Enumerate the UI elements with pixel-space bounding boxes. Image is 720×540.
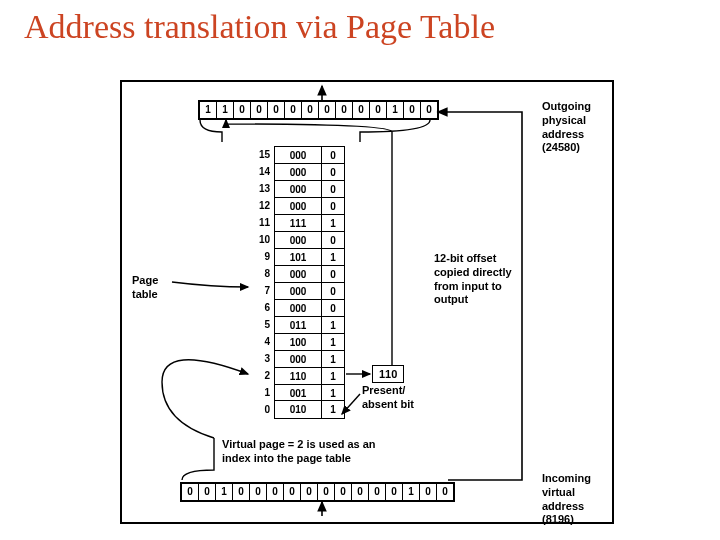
page-table-index: 9 (250, 251, 270, 262)
bit-cell: 0 (335, 484, 352, 500)
page-table-present: 0 (322, 197, 345, 215)
bit-cell: 0 (233, 484, 250, 500)
page-table-row: 21101 (250, 367, 345, 384)
incoming-address-bits: 0010000000000100 (180, 482, 455, 502)
bit-cell: 0 (268, 102, 285, 118)
page-table-index: 12 (250, 200, 270, 211)
bit-cell: 0 (386, 484, 403, 500)
page-table-present: 1 (322, 384, 345, 402)
bit-cell: 0 (285, 102, 302, 118)
page-table-row: 150000 (250, 146, 345, 163)
bit-cell: 0 (234, 102, 251, 118)
page-table-row: 130000 (250, 180, 345, 197)
bit-cell: 0 (267, 484, 284, 500)
page-table-frame: 000 (274, 299, 322, 317)
page-table-present: 0 (322, 299, 345, 317)
bit-cell: 1 (200, 102, 217, 118)
bit-cell: 0 (302, 102, 319, 118)
page-table-row: 140000 (250, 163, 345, 180)
page-table-present: 1 (322, 400, 345, 419)
page-table-index: 2 (250, 370, 270, 381)
bit-cell: 0 (404, 102, 421, 118)
page-table-index: 3 (250, 353, 270, 364)
page-table-row: 10011 (250, 384, 345, 401)
bit-cell: 0 (421, 102, 437, 118)
page-table-index: 4 (250, 336, 270, 347)
page-table-index: 7 (250, 285, 270, 296)
diagram-frame: 11000000000100 0010000000000100 15000014… (120, 80, 614, 524)
page-table-present: 1 (322, 214, 345, 232)
bit-cell: 0 (199, 484, 216, 500)
lookup-result-box: 110 (372, 365, 404, 383)
bit-cell: 1 (217, 102, 234, 118)
index-note-label: Virtual page = 2 is used as an index int… (222, 438, 392, 466)
page-table-frame: 000 (274, 163, 322, 181)
page-table-frame: 000 (274, 146, 322, 164)
page-table-index: 0 (250, 404, 270, 415)
page-table-frame: 001 (274, 384, 322, 402)
bit-cell: 0 (352, 484, 369, 500)
page-table-present: 0 (322, 163, 345, 181)
outgoing-address-label: Outgoing physical address (24580) (542, 100, 612, 155)
page-table-frame: 010 (274, 400, 322, 419)
page-table: 1500001400001300001200001111111000009101… (250, 146, 345, 418)
page-table-index: 5 (250, 319, 270, 330)
bit-cell: 0 (284, 484, 301, 500)
page-table-present: 0 (322, 146, 345, 164)
page-table-frame: 111 (274, 214, 322, 232)
page-table-row: 60000 (250, 299, 345, 316)
page-table-present: 1 (322, 367, 345, 385)
bit-cell: 0 (301, 484, 318, 500)
page-table-frame: 000 (274, 231, 322, 249)
bit-cell: 1 (387, 102, 404, 118)
page-table-present: 1 (322, 316, 345, 334)
page-table-index: 1 (250, 387, 270, 398)
page-table-index: 8 (250, 268, 270, 279)
page-table-frame: 000 (274, 197, 322, 215)
page-table-frame: 110 (274, 367, 322, 385)
page-table-present: 0 (322, 282, 345, 300)
page-table-present: 0 (322, 231, 345, 249)
bit-cell: 1 (403, 484, 420, 500)
page-table-present: 1 (322, 350, 345, 368)
page-table-frame: 100 (274, 333, 322, 351)
bit-cell: 0 (420, 484, 437, 500)
page-table-index: 11 (250, 217, 270, 228)
incoming-address-label: Incoming virtual address (8196) (542, 472, 612, 527)
page-table-frame: 000 (274, 350, 322, 368)
page-table-index: 14 (250, 166, 270, 177)
bit-cell: 0 (370, 102, 387, 118)
bit-cell: 0 (336, 102, 353, 118)
page-table-row: 00101 (250, 401, 345, 418)
outgoing-address-bits: 11000000000100 (198, 100, 439, 120)
page-table-index: 10 (250, 234, 270, 245)
bit-cell: 0 (182, 484, 199, 500)
bit-cell: 0 (251, 102, 268, 118)
page-table-frame: 011 (274, 316, 322, 334)
page-table-present: 1 (322, 333, 345, 351)
bit-cell: 0 (369, 484, 386, 500)
page-table-row: 70000 (250, 282, 345, 299)
bit-cell: 0 (353, 102, 370, 118)
page-table-row: 91011 (250, 248, 345, 265)
page-table-index: 13 (250, 183, 270, 194)
bit-cell: 0 (250, 484, 267, 500)
page-table-row: 100000 (250, 231, 345, 248)
slide-title: Address translation via Page Table (24, 8, 495, 46)
bit-cell: 0 (319, 102, 336, 118)
page-table-row: 41001 (250, 333, 345, 350)
page-table-frame: 000 (274, 180, 322, 198)
page-table-present: 1 (322, 248, 345, 266)
page-table-present: 0 (322, 180, 345, 198)
page-table-frame: 000 (274, 265, 322, 283)
page-table-label: Page table (132, 274, 176, 302)
page-table-row: 30001 (250, 350, 345, 367)
bit-cell: 0 (318, 484, 335, 500)
page-table-row: 80000 (250, 265, 345, 282)
page-table-row: 50111 (250, 316, 345, 333)
page-table-index: 15 (250, 149, 270, 160)
page-table-row: 111111 (250, 214, 345, 231)
page-table-present: 0 (322, 265, 345, 283)
page-table-frame: 000 (274, 282, 322, 300)
bit-cell: 1 (216, 484, 233, 500)
